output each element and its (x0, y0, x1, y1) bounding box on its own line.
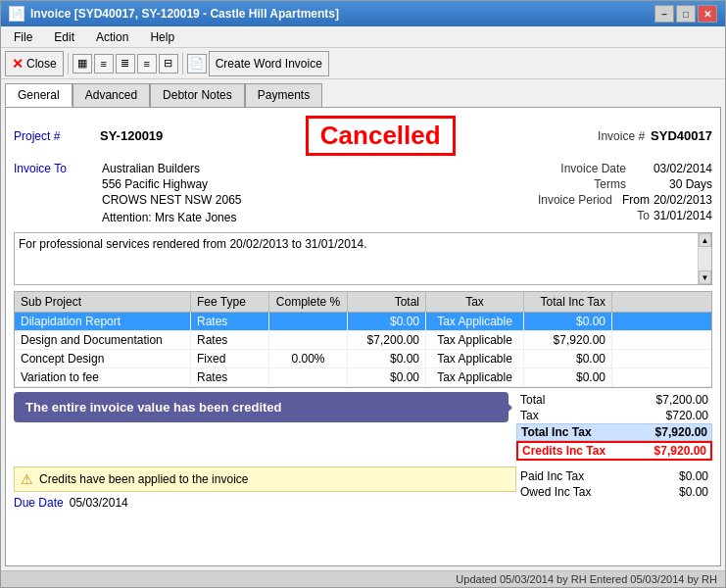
invoice-num-value: SYD40017 (651, 128, 712, 143)
info-section: Invoice To Australian Builders 556 Pacif… (14, 162, 712, 226)
toolbar-separator-1 (68, 53, 69, 74)
tab-advanced[interactable]: Advanced (73, 83, 150, 107)
due-date-value: 05/03/2014 (70, 496, 128, 510)
tab-debtor-notes[interactable]: Debtor Notes (150, 83, 245, 107)
indent1-icon[interactable]: ≡ (94, 54, 114, 74)
address-line1: 556 Pacific Highway (102, 177, 438, 191)
close-label: Close (26, 57, 57, 71)
title-bar: 📄 Invoice [SYD40017, SY-120019 - Castle … (1, 1, 725, 26)
th-feetype: Fee Type (191, 292, 269, 312)
tooltip-text: The entire invoice value has been credit… (25, 400, 282, 415)
td-total-3: $0.00 (348, 368, 426, 386)
invoice-num-section: Invoice # SYD40017 (598, 128, 712, 143)
footer-warning-bar: ⚠ Credits have been applied to the invoi… (14, 466, 516, 492)
main-content: Project # SY-120019 Cancelled Invoice # … (5, 107, 721, 566)
indent3-icon[interactable]: ≡ (137, 54, 157, 74)
owed-inc-tax-value: $0.00 (679, 485, 708, 499)
due-date-row: Due Date 05/03/2014 (14, 492, 516, 514)
td-complete-1 (269, 331, 348, 349)
project-label: Project # (14, 129, 92, 143)
header-row: Project # SY-120019 Cancelled Invoice # … (14, 116, 712, 156)
paid-inc-tax-row: Paid Inc Tax $0.00 (516, 468, 712, 484)
td-tax-1: Tax Applicable (426, 331, 524, 349)
table-header: Sub Project Fee Type Complete % Total Ta… (15, 292, 711, 313)
address-line2: CROWS NEST NSW 2065 (102, 193, 438, 207)
td-subproject-1: Design and Documentation (15, 331, 191, 349)
table-row[interactable]: Design and Documentation Rates $7,200.00… (15, 331, 711, 350)
invoice-date-row: Invoice Date 03/02/2014 (438, 162, 712, 175)
menu-edit[interactable]: Edit (45, 27, 83, 47)
table-row[interactable]: Concept Design Fixed 0.00% $0.00 Tax App… (15, 350, 711, 368)
terms-label: Terms (594, 177, 626, 191)
tooltip-area: The entire invoice value has been credit… (14, 392, 516, 422)
td-feetype-0: Rates (191, 313, 269, 330)
close-window-button[interactable]: ✕ (698, 5, 717, 23)
tabs-bar: General Advanced Debtor Notes Payments (1, 79, 725, 107)
create-word-button[interactable]: Create Word Invoice (209, 51, 329, 76)
maximize-button[interactable]: □ (676, 5, 696, 23)
indent4-icon[interactable]: ⊟ (159, 54, 178, 74)
description-text: For professional services rendered from … (19, 237, 367, 251)
td-subproject-0: Dilapidation Report (15, 313, 191, 330)
doc-icon[interactable]: 📄 (187, 54, 207, 74)
grid-icon[interactable]: ▦ (73, 54, 92, 74)
indent2-icon[interactable]: ≣ (116, 54, 135, 74)
tax-value: $720.00 (666, 409, 708, 422)
status-bar: Updated 05/03/2014 by RH Entered 05/03/2… (1, 570, 725, 587)
tab-general[interactable]: General (5, 83, 73, 107)
tab-payments[interactable]: Payments (245, 83, 322, 107)
invoice-table: Sub Project Fee Type Complete % Total Ta… (14, 291, 712, 388)
td-feetype-1: Rates (191, 331, 269, 349)
th-tax: Tax (426, 292, 524, 312)
td-totalinctax-0: $0.00 (524, 313, 612, 330)
menu-file[interactable]: File (5, 27, 41, 47)
minimize-button[interactable]: – (654, 5, 674, 23)
scroll-up[interactable]: ▲ (699, 233, 711, 247)
tax-row: Tax $720.00 (516, 408, 712, 423)
owed-inc-tax-label: Owed Inc Tax (520, 485, 591, 499)
menu-help[interactable]: Help (141, 27, 183, 47)
footer-warning-text: Credits have been applied to the invoice (39, 472, 248, 486)
description-box: For professional services rendered from … (14, 232, 712, 285)
td-feetype-2: Fixed (191, 350, 269, 368)
invoice-to-name: Australian Builders (102, 162, 200, 175)
td-tax-0: Tax Applicable (426, 313, 524, 330)
info-right: Invoice Date 03/02/2014 Terms 30 Days In… (438, 162, 712, 226)
invoice-to-row: Invoice To Australian Builders (14, 162, 438, 175)
invoice-date-value: 03/02/2014 (634, 162, 712, 175)
td-feetype-3: Rates (191, 368, 269, 386)
td-complete-2: 0.00% (269, 350, 348, 368)
menu-action[interactable]: Action (87, 27, 137, 47)
credits-inc-tax-row: Credits Inc Tax $7,920.00 (516, 441, 712, 461)
invoice-num-label: Invoice # (598, 129, 645, 143)
total-row: Total $7,200.00 (516, 392, 712, 408)
scroll-down[interactable]: ▼ (699, 270, 711, 284)
period-to-row: To 31/01/2014 (438, 209, 712, 222)
window-icon: 📄 (9, 6, 24, 22)
close-icon: ✕ (12, 56, 24, 72)
total-inc-tax-label: Total Inc Tax (521, 425, 592, 439)
credits-inc-tax-value: $7,920.00 (654, 444, 706, 458)
close-button[interactable]: ✕ Close (5, 51, 64, 76)
paid-inc-tax-label: Paid Inc Tax (520, 469, 584, 483)
period-to-label: To (637, 209, 650, 222)
main-window: 📄 Invoice [SYD40017, SY-120019 - Castle … (0, 0, 726, 588)
th-complete: Complete % (269, 292, 348, 312)
td-tax-3: Tax Applicable (426, 368, 524, 386)
title-bar-left: 📄 Invoice [SYD40017, SY-120019 - Castle … (9, 6, 339, 22)
table-row[interactable]: Variation to fee Rates $0.00 Tax Applica… (15, 368, 711, 387)
table-row[interactable]: Dilapidation Report Rates $0.00 Tax Appl… (15, 313, 711, 331)
warning-icon: ⚠ (21, 471, 33, 487)
title-controls: – □ ✕ (654, 5, 717, 23)
paid-inc-tax-value: $0.00 (679, 469, 708, 483)
td-totalinctax-1: $7,920.00 (524, 331, 612, 349)
project-value: SY-120019 (100, 128, 163, 143)
td-complete-3 (269, 368, 348, 386)
scroll-track (699, 247, 711, 270)
toolbar-separator-2 (182, 53, 183, 74)
th-subproject: Sub Project (15, 292, 191, 312)
credits-inc-tax-label: Credits Inc Tax (522, 444, 605, 458)
total-inc-tax-value: $7,920.00 (655, 425, 707, 439)
invoice-to-label: Invoice To (14, 162, 102, 175)
footer-section: ⚠ Credits have been applied to the invoi… (14, 465, 712, 514)
